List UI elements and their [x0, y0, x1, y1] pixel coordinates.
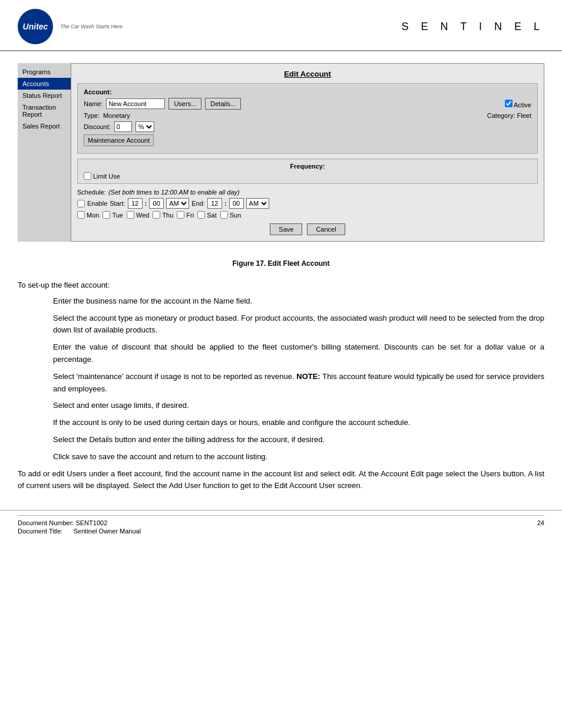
bullet-1: Enter the business name for the account … — [53, 295, 544, 308]
day-fri: Fri — [177, 211, 194, 219]
bullet-6: If the account is only to be used during… — [53, 417, 544, 429]
maintenance-label: Maintenance Account — [84, 134, 154, 146]
footer-page-number: 24 — [537, 519, 544, 526]
start-ampm-select[interactable]: AM PM — [166, 198, 189, 209]
limit-use-label: Limit Use — [93, 173, 120, 180]
name-row: Name: Users... Details... Active — [84, 98, 531, 110]
end-min-input[interactable] — [229, 198, 244, 209]
day-sat: Sat — [197, 211, 217, 219]
sat-checkbox[interactable] — [197, 211, 205, 219]
tue-checkbox[interactable] — [103, 211, 110, 219]
frequency-title: Frequency: — [84, 163, 531, 170]
thu-checkbox[interactable] — [153, 211, 160, 219]
mon-label: Mon — [87, 212, 99, 219]
schedule-label: Schedule: — [77, 189, 106, 196]
day-thu: Thu — [153, 211, 173, 219]
logo-text: Unitec — [23, 22, 48, 31]
start-min-input[interactable] — [149, 198, 164, 209]
end-hour-input[interactable] — [207, 198, 222, 209]
start-colon: : — [145, 200, 147, 207]
enable-label: Enable — [87, 200, 107, 207]
bullet-7: Select the Details button and enter the … — [53, 434, 544, 446]
limit-use-row: Limit Use — [84, 172, 531, 180]
schedule-hint: (Set both times to 12:00 AM to enable al… — [108, 189, 240, 196]
sentinel-title: S E N T I N E L — [402, 21, 544, 33]
doc-title-value: Sentinel Owner Manual — [74, 528, 141, 535]
sidebar-item-accounts[interactable]: Accounts — [18, 78, 71, 90]
fri-checkbox[interactable] — [177, 211, 184, 219]
details-button[interactable]: Details... — [205, 98, 241, 110]
footer-left: Document Number: SENT1002 Document Title… — [18, 519, 141, 535]
start-hour-input[interactable] — [128, 198, 143, 209]
enable-checkbox[interactable] — [77, 200, 85, 207]
figure-caption: Figure 17. Edit Fleet Account — [0, 259, 562, 268]
day-wed: Wed — [127, 211, 149, 219]
day-sun: Sun — [220, 211, 242, 219]
sidebar-item-status-report[interactable]: Status Report — [18, 90, 71, 101]
limit-use-checkbox[interactable] — [84, 172, 91, 180]
active-container: Active — [505, 100, 531, 108]
discount-unit-select[interactable]: % $ — [135, 121, 154, 132]
schedule-time-row: Enable Start: : AM PM End: : AM PM — [77, 198, 538, 209]
doc-number-label: Document Number: — [18, 519, 74, 526]
unitec-logo: Unitec — [18, 9, 53, 44]
type-label: Type: — [84, 112, 100, 119]
day-tue: Tue — [103, 211, 123, 219]
end-colon: : — [224, 200, 227, 207]
bullet-4: Select 'maintenance' account if usage is… — [53, 371, 544, 396]
intro-text: To set-up the fleet account: — [18, 279, 544, 292]
note-keyword: NOTE: — [296, 372, 320, 381]
thu-label: Thu — [162, 212, 173, 219]
sidebar-item-transaction-report[interactable]: Transaction Report — [18, 101, 71, 120]
discount-label: Discount: — [84, 123, 111, 130]
frequency-section: Frequency: Limit Use — [77, 159, 538, 184]
doc-title-label: Document Title: — [18, 528, 62, 535]
doc-number-value: SENT1002 — [75, 519, 107, 526]
discount-row: Discount: % $ — [84, 121, 531, 132]
category-label: Category: — [487, 112, 515, 119]
sidebar-item-programs[interactable]: Programs — [18, 66, 71, 78]
end-ampm-select[interactable]: AM PM — [246, 198, 269, 209]
end-label: End: — [191, 200, 205, 207]
users-button[interactable]: Users... — [168, 98, 201, 110]
sidebar-item-sales-report[interactable]: Sales Report — [18, 120, 71, 132]
account-label: Account: — [84, 88, 531, 95]
name-label: Name: — [84, 100, 103, 107]
schedule-section: Schedule: (Set both times to 12:00 AM to… — [77, 189, 538, 219]
footer-doc-number: Document Number: SENT1002 — [18, 519, 141, 526]
logo-tagline: The Car Wash Starts Here. — [60, 24, 124, 29]
schedule-header-row: Schedule: (Set both times to 12:00 AM to… — [77, 189, 538, 196]
save-button[interactable]: Save — [270, 223, 302, 235]
start-label: Start: — [110, 200, 125, 207]
sat-label: Sat — [207, 212, 217, 219]
dialog-title: Edit Account — [77, 70, 538, 78]
discount-input[interactable] — [114, 121, 132, 132]
sidebar: Programs Accounts Status Report Transact… — [18, 63, 71, 242]
main-content: Programs Accounts Status Report Transact… — [0, 51, 562, 253]
mon-checkbox[interactable] — [77, 211, 85, 219]
fri-label: Fri — [186, 212, 194, 219]
name-input[interactable] — [106, 98, 165, 109]
footer-row: Document Number: SENT1002 Document Title… — [18, 519, 544, 535]
extra-paragraph: To add or edit Users under a fleet accou… — [18, 468, 544, 493]
tue-label: Tue — [112, 212, 123, 219]
page-footer: Document Number: SENT1002 Document Title… — [0, 510, 562, 539]
active-label: Active — [514, 101, 531, 108]
active-checkbox[interactable] — [505, 100, 513, 107]
footer-doc-title: Document Title: Sentinel Owner Manual — [18, 528, 141, 535]
sun-label: Sun — [230, 212, 242, 219]
type-row: Type: Monetary Category: Fleet — [84, 112, 531, 119]
bullet-2: Select the account type as monetary or p… — [53, 312, 544, 337]
day-mon: Mon — [77, 211, 99, 219]
account-form-section: Account: Name: Users... Details... Activ… — [77, 83, 538, 154]
cancel-button[interactable]: Cancel — [307, 223, 345, 235]
dialog-area: Edit Account Account: Name: Users... Det… — [71, 63, 544, 242]
bullet-8: Click save to save the account and retur… — [53, 451, 544, 463]
category-value: Fleet — [517, 112, 531, 119]
days-row: Mon Tue Wed Thu Fri — [77, 211, 538, 219]
bullet-5: Select and enter usage limits, if desire… — [53, 400, 544, 412]
maintenance-row: Maintenance Account — [84, 134, 531, 146]
sun-checkbox[interactable] — [220, 211, 228, 219]
wed-checkbox[interactable] — [127, 211, 134, 219]
bullet-3: Enter the value of discount that should … — [53, 341, 544, 366]
